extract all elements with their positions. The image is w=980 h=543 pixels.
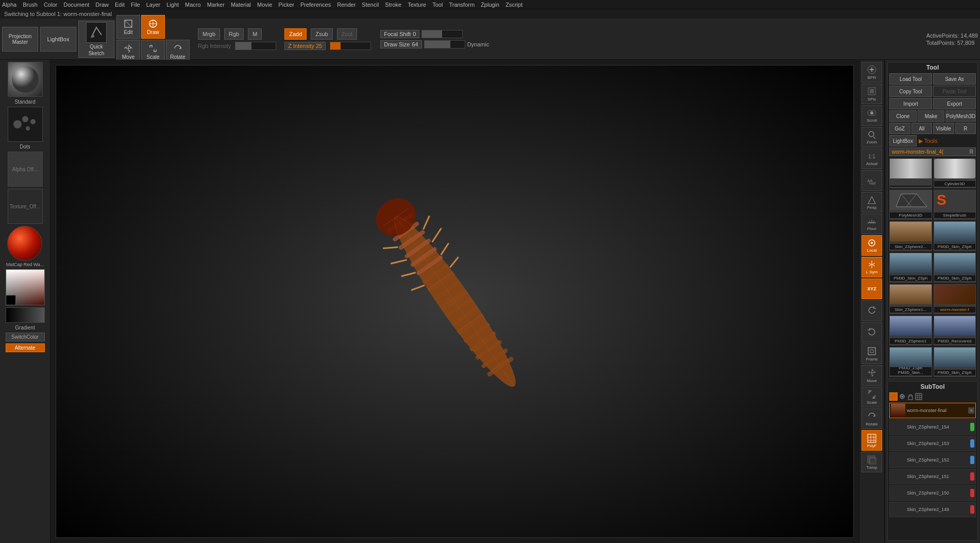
subtool-item-153[interactable]: Skin_ZSphere2_153 bbox=[889, 436, 976, 451]
import-button[interactable]: Import bbox=[889, 98, 932, 109]
make-button[interactable]: Make bbox=[918, 110, 945, 122]
draw-size-slider[interactable] bbox=[424, 40, 465, 48]
tool-item-simplebrush[interactable]: S SimpleBrush bbox=[934, 190, 976, 220]
subtool-item-worm[interactable]: worm-monster-final 👁 bbox=[889, 403, 976, 418]
save-as-button[interactable]: Save As bbox=[933, 73, 976, 85]
menu-movie[interactable]: Movie bbox=[257, 2, 272, 8]
matcap-thumb[interactable] bbox=[7, 226, 42, 261]
scroll-button[interactable]: Scroll bbox=[861, 105, 882, 126]
draw-button[interactable]: Draw bbox=[141, 15, 165, 39]
menu-stroke[interactable]: Stroke bbox=[385, 2, 401, 8]
switch-color-button[interactable]: SwitchColor bbox=[6, 333, 45, 341]
subtool-item-154[interactable]: Skin_ZSphere2_154 bbox=[889, 419, 976, 435]
scale-icon-button[interactable]: Scale bbox=[861, 387, 882, 407]
actual-button[interactable]: 1:1 Actual bbox=[861, 149, 882, 169]
menu-draw[interactable]: Draw bbox=[95, 2, 109, 8]
rotate-icon-button[interactable]: Rotate bbox=[861, 408, 882, 429]
tool-item-polymesh3d[interactable]: PolyMesh3D bbox=[889, 190, 932, 220]
frame-button[interactable]: Frame bbox=[861, 343, 882, 364]
brush-dots[interactable] bbox=[8, 107, 43, 142]
zcut-toggle[interactable]: Zcut bbox=[337, 28, 357, 40]
subtool-item-152[interactable]: Skin_ZSphere2_152 bbox=[889, 452, 976, 468]
tool-item-1[interactable]: 7 bbox=[889, 158, 932, 188]
floor-button[interactable]: Floor bbox=[861, 213, 882, 234]
zoom-button[interactable]: Zoom bbox=[861, 127, 882, 147]
all-button[interactable]: All bbox=[911, 123, 933, 134]
move-icon-button[interactable]: Move bbox=[861, 365, 882, 386]
viewport[interactable] bbox=[56, 65, 854, 538]
draw-size-control[interactable]: Draw Size 64 bbox=[380, 40, 421, 48]
tool-item-pm3d6[interactable]: PM3D_Skin_ZSph bbox=[934, 347, 976, 377]
tool-item-pm3d3[interactable]: PM3D_Skin_ZSph bbox=[934, 253, 976, 283]
focal-shift-control[interactable]: Focal Shift 0 bbox=[380, 30, 419, 38]
menu-layer[interactable]: Layer bbox=[146, 2, 161, 8]
tool-item-pm3d2[interactable]: PM3D_Skin_ZSph bbox=[889, 253, 932, 283]
r-button[interactable]: R bbox=[955, 123, 976, 134]
subtool-item-149[interactable]: Skin_ZSphere2_149 bbox=[889, 502, 976, 517]
subtool-mesh-icon[interactable] bbox=[915, 393, 922, 400]
paste-tool-button[interactable]: Paste Tool bbox=[933, 86, 976, 97]
tool-item-pm3d5[interactable]: PM3D_ZSph PM3D_Skin... bbox=[889, 347, 932, 377]
alpha-thumb[interactable]: Alpha Off... bbox=[8, 152, 43, 187]
m-toggle[interactable]: M bbox=[248, 28, 262, 40]
menu-transform[interactable]: Transform bbox=[449, 2, 475, 8]
menu-render[interactable]: Render bbox=[337, 2, 356, 8]
menu-zplugin[interactable]: Zplugin bbox=[481, 2, 499, 8]
aahalf-button[interactable]: AAHalf bbox=[861, 170, 882, 191]
zsub-toggle[interactable]: Zsub bbox=[311, 28, 332, 40]
menu-texture[interactable]: Texture bbox=[408, 2, 426, 8]
clone-button[interactable]: Clone bbox=[889, 110, 917, 122]
menu-material[interactable]: Material bbox=[231, 2, 251, 8]
z-intensity-slider[interactable] bbox=[330, 42, 371, 50]
mrgb-toggle[interactable]: Mrgb bbox=[198, 28, 220, 40]
rotate-cw-icon[interactable] bbox=[861, 322, 882, 342]
quick-sketch-button[interactable]: Quick Sketch bbox=[78, 21, 114, 58]
menu-tool[interactable]: Tool bbox=[432, 2, 443, 8]
tool-item-pm3d4[interactable]: PM3D_ZSphere1 bbox=[889, 316, 932, 345]
subtool-lock-icon[interactable] bbox=[907, 393, 914, 400]
persp-button[interactable]: Persp bbox=[861, 192, 882, 212]
zadd-toggle[interactable]: Zadd bbox=[284, 28, 307, 40]
rgb-toggle[interactable]: Rgb bbox=[224, 28, 244, 40]
polyf-button[interactable]: PolyF bbox=[861, 430, 882, 451]
menu-picker[interactable]: Picker bbox=[278, 2, 294, 8]
subtool-vis-worm[interactable]: 👁 bbox=[968, 407, 974, 414]
bpr-button[interactable]: BPR bbox=[861, 62, 882, 83]
color-picker[interactable] bbox=[6, 269, 45, 305]
xyz-button[interactable]: XYZ bbox=[861, 278, 882, 299]
menu-file[interactable]: File bbox=[131, 2, 140, 8]
menu-stencil[interactable]: Stencil bbox=[362, 2, 379, 8]
polymesh3d-button[interactable]: PolyMesh3D bbox=[945, 110, 976, 122]
menu-zscript[interactable]: Zscript bbox=[505, 2, 522, 8]
tool-item-recovered[interactable]: PM3D_Recovered bbox=[934, 316, 976, 345]
copy-tool-button[interactable]: Copy Tool bbox=[889, 86, 932, 97]
menu-preferences[interactable]: Preferences bbox=[300, 2, 331, 8]
standard-material[interactable] bbox=[8, 62, 43, 97]
menu-light[interactable]: Light bbox=[166, 2, 179, 8]
subtool-item-151[interactable]: Skin_ZSphere2_151 bbox=[889, 469, 976, 484]
z-intensity-display[interactable]: Z Intensity 25 bbox=[284, 42, 326, 50]
rgb-intensity-slider[interactable] bbox=[235, 42, 276, 50]
current-tool-bar[interactable]: worm-monster-final_4( R bbox=[889, 147, 976, 156]
spix-button[interactable]: SPix bbox=[861, 84, 882, 104]
subtool-visible-icon[interactable] bbox=[899, 393, 906, 400]
local-button[interactable]: Local bbox=[861, 235, 882, 256]
projection-master-button[interactable]: Projection Master bbox=[2, 27, 38, 52]
tool-item-skin2[interactable]: Skin_ZSphere1... bbox=[889, 284, 932, 314]
alternate-button[interactable]: Alternate bbox=[6, 343, 45, 352]
menu-edit[interactable]: Edit bbox=[115, 2, 125, 8]
rotate-ccw-icon[interactable] bbox=[861, 300, 882, 321]
lightbox-button[interactable]: LightBox bbox=[40, 27, 76, 52]
goz-button[interactable]: GoZ bbox=[889, 123, 910, 134]
lightbox-tools-button[interactable]: LightBox bbox=[889, 135, 917, 146]
edit-button[interactable]: Edit bbox=[116, 15, 140, 39]
menu-macro[interactable]: Macro bbox=[185, 2, 201, 8]
transp-button[interactable]: Transp bbox=[861, 452, 882, 472]
menu-document[interactable]: Document bbox=[63, 2, 89, 8]
export-button[interactable]: Export bbox=[933, 98, 976, 109]
menu-alpha[interactable]: Alpha bbox=[2, 2, 16, 8]
tool-item-cylinder3d[interactable]: Cylinder3D bbox=[934, 158, 976, 188]
lsym-button[interactable]: L Sym bbox=[861, 257, 882, 277]
dynamic-label[interactable]: Dynamic bbox=[467, 41, 489, 47]
canvas-area[interactable] bbox=[50, 60, 859, 543]
